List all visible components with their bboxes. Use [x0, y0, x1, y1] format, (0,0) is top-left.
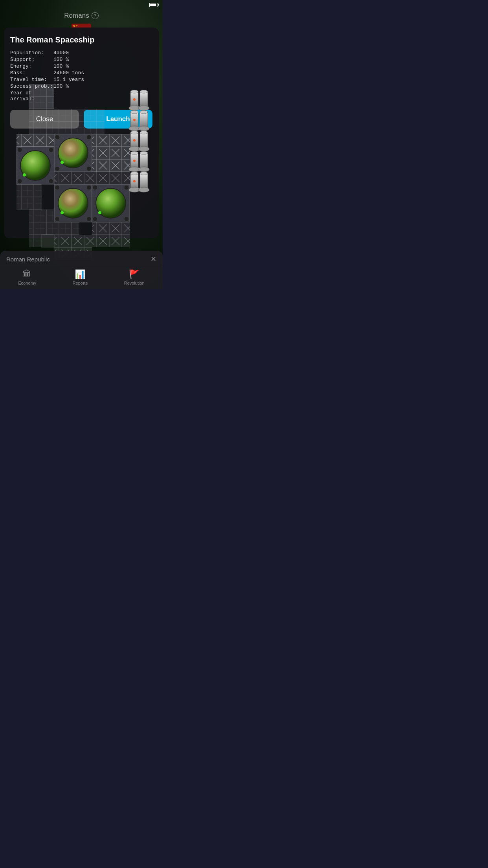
modal-title: The Roman Spaceship — [10, 35, 152, 44]
svg-rect-17 — [105, 134, 117, 147]
svg-point-99 — [138, 167, 149, 172]
svg-point-95 — [138, 126, 149, 131]
svg-point-51 — [93, 217, 97, 221]
svg-point-58 — [130, 90, 138, 93]
bottom-tabs: 🏛 Economy 📊 Reports 🚩 Revolution — [0, 266, 163, 289]
svg-point-46 — [61, 211, 64, 214]
svg-point-32 — [55, 166, 60, 171]
bottom-panel: Roman Republic ✕ 🏛 Economy 📊 Reports 🚩 R… — [0, 251, 163, 289]
svg-point-76 — [140, 131, 148, 134]
svg-point-52 — [124, 217, 129, 221]
svg-rect-12 — [42, 134, 54, 147]
svg-rect-35 — [17, 184, 42, 210]
svg-rect-16 — [92, 134, 105, 147]
header-title-row: Romans ? — [0, 12, 163, 20]
support-label: Support: — [10, 57, 53, 63]
svg-rect-36 — [29, 210, 54, 235]
svg-point-79 — [130, 151, 138, 154]
battery-icon — [149, 3, 158, 7]
support-value: 100 % — [53, 57, 69, 63]
svg-point-69 — [140, 110, 148, 114]
svg-point-33 — [86, 166, 91, 171]
svg-point-45 — [86, 217, 91, 221]
ship-visual-area — [4, 63, 159, 215]
tab-revolution[interactable]: 🚩 Revolution — [124, 269, 145, 285]
svg-rect-75 — [140, 132, 148, 148]
header: Romans ? — [0, 9, 163, 21]
svg-point-88 — [133, 180, 136, 182]
svg-point-31 — [86, 135, 91, 140]
svg-point-93 — [138, 106, 149, 110]
svg-point-72 — [130, 131, 138, 134]
svg-point-43 — [86, 185, 91, 190]
svg-rect-82 — [140, 153, 148, 169]
svg-point-24 — [49, 179, 53, 184]
svg-point-42 — [55, 185, 60, 190]
economy-icon: 🏛 — [23, 269, 31, 280]
svg-rect-55 — [92, 222, 130, 247]
svg-rect-18 — [117, 134, 130, 147]
svg-point-49 — [93, 185, 97, 190]
svg-point-81 — [133, 160, 136, 162]
svg-point-86 — [130, 172, 138, 175]
tab-reports[interactable]: 📊 Reports — [73, 269, 88, 285]
svg-point-74 — [133, 139, 136, 142]
svg-point-97 — [138, 147, 149, 151]
spqr-top-text: S P — [73, 25, 77, 28]
population-value: 40000 — [53, 50, 69, 56]
svg-point-53 — [98, 211, 101, 214]
spaceship-modal: The Roman Spaceship Population: 40000 Su… — [4, 28, 159, 238]
battery-area — [149, 3, 158, 7]
economy-label: Economy — [18, 281, 36, 285]
svg-point-65 — [130, 110, 138, 114]
revolution-icon: 🚩 — [129, 269, 139, 280]
bottom-panel-close[interactable]: ✕ — [150, 255, 156, 263]
svg-rect-61 — [140, 92, 148, 107]
svg-point-62 — [140, 90, 148, 93]
spaceship-svg — [9, 84, 154, 194]
svg-rect-54 — [54, 222, 79, 235]
population-label: Population: — [10, 50, 53, 56]
svg-point-22 — [49, 147, 53, 152]
page-title: Romans — [64, 12, 89, 20]
svg-point-67 — [133, 119, 136, 121]
svg-rect-89 — [140, 173, 148, 189]
tab-economy[interactable]: 🏛 Economy — [18, 269, 36, 285]
svg-point-25 — [23, 173, 26, 177]
svg-rect-38 — [42, 235, 54, 247]
bottom-panel-header: Roman Republic ✕ — [0, 251, 163, 266]
svg-point-21 — [17, 147, 22, 152]
svg-point-90 — [140, 172, 148, 175]
svg-point-44 — [55, 217, 60, 221]
svg-point-101 — [138, 188, 149, 192]
svg-point-83 — [140, 151, 148, 154]
svg-point-34 — [61, 161, 64, 164]
svg-rect-11 — [29, 134, 42, 147]
reports-label: Reports — [73, 281, 88, 285]
svg-rect-8 — [29, 109, 105, 134]
battery-fill — [150, 4, 156, 6]
svg-point-60 — [133, 98, 136, 101]
svg-point-23 — [17, 179, 22, 184]
svg-rect-68 — [140, 112, 148, 128]
svg-rect-37 — [29, 235, 42, 247]
svg-rect-7 — [29, 84, 54, 109]
help-button[interactable]: ? — [92, 12, 99, 19]
revolution-label: Revolution — [124, 281, 145, 285]
svg-rect-10 — [17, 134, 29, 147]
stat-support: Support: 100 % — [10, 57, 152, 63]
stat-population: Population: 40000 — [10, 50, 152, 56]
reports-icon: 📊 — [75, 269, 85, 280]
svg-point-30 — [55, 135, 60, 140]
svg-point-50 — [124, 185, 129, 190]
faction-name: Roman Republic — [6, 256, 50, 263]
